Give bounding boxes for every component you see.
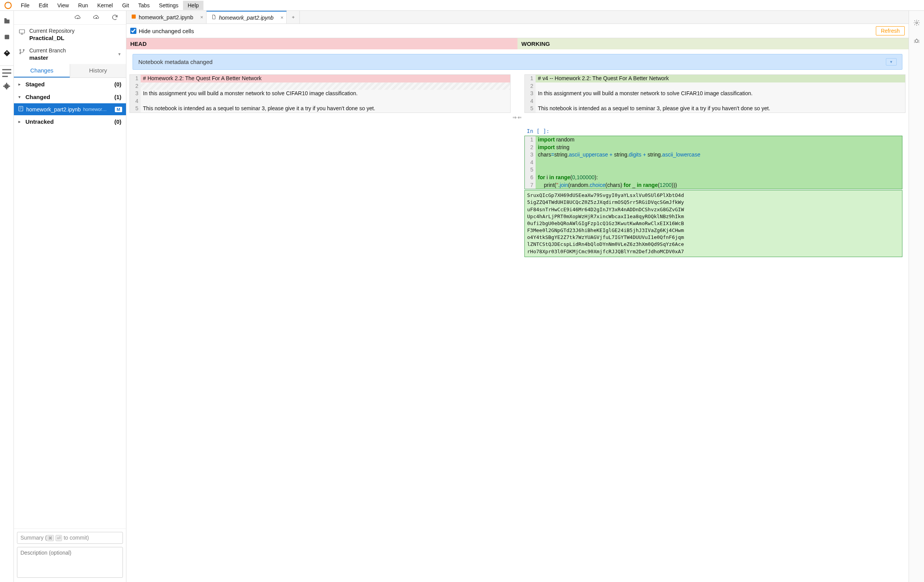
tab-notebook[interactable]: homework_part2.ipynb × bbox=[126, 11, 207, 24]
metadata-changed-banner[interactable]: Notebook metadata changed ▾ bbox=[133, 54, 902, 70]
svg-rect-10 bbox=[916, 39, 918, 42]
activity-bar bbox=[0, 11, 14, 582]
diff-left-column: 1# Homework 2.2: The Quest For A Better … bbox=[129, 74, 511, 113]
cell-prompt: In [ ]: bbox=[524, 128, 902, 134]
metadata-banner-text: Notebook metadata changed bbox=[138, 59, 213, 65]
diff-line: 5This notebook is intended as a sequel t… bbox=[130, 105, 510, 113]
branch-value: master bbox=[29, 54, 66, 61]
diff-toolbar: Hide unchanged cells Refresh bbox=[126, 24, 909, 38]
menu-settings[interactable]: Settings bbox=[154, 1, 183, 10]
refresh-icon[interactable] bbox=[111, 14, 118, 22]
menu-kernel[interactable]: Kernel bbox=[92, 1, 117, 10]
svg-point-9 bbox=[916, 22, 917, 24]
code-line: 6for i in range(0,100000): bbox=[525, 174, 902, 182]
menu-git[interactable]: Git bbox=[118, 1, 134, 10]
caret-right-icon: ▸ bbox=[18, 119, 23, 124]
notebook-icon bbox=[131, 14, 136, 20]
tab-label: homework_part2.ipynb bbox=[139, 14, 193, 20]
group-untracked-count: (0) bbox=[114, 118, 121, 125]
changed-file-badge: M bbox=[115, 107, 122, 112]
repo-value: Practical_DL bbox=[29, 35, 75, 41]
diff-line: 4 bbox=[130, 98, 510, 105]
code-line: 7 print(''.join(random.choice(chars) for… bbox=[525, 182, 902, 189]
group-untracked-label: Untracked bbox=[25, 118, 54, 125]
new-tab-button[interactable]: + bbox=[287, 11, 300, 24]
commit-box: Summary (⌘ ⏎ to commit) bbox=[14, 528, 126, 582]
close-icon[interactable]: × bbox=[200, 14, 203, 20]
added-cell-code: 1import random2import string3chars=strin… bbox=[524, 136, 902, 189]
commit-summary-input[interactable]: Summary (⌘ ⏎ to commit) bbox=[17, 532, 123, 544]
hide-unchanged-checkbox[interactable] bbox=[130, 28, 136, 34]
changed-file-name: homework_part2.ipynb bbox=[26, 106, 81, 113]
current-repository[interactable]: Current Repository Practical_DL bbox=[14, 25, 126, 44]
cloud-push-icon[interactable] bbox=[93, 14, 100, 22]
svg-point-1 bbox=[7, 2, 9, 3]
svg-point-5 bbox=[20, 53, 21, 54]
extensions-icon[interactable] bbox=[3, 82, 11, 89]
changed-file-path: homewor… bbox=[83, 107, 107, 112]
menu-run[interactable]: Run bbox=[74, 1, 93, 10]
git-icon[interactable] bbox=[3, 49, 11, 57]
tab-history[interactable]: History bbox=[70, 64, 126, 77]
svg-rect-8 bbox=[132, 15, 136, 19]
group-changed-label: Changed bbox=[25, 94, 50, 100]
diff-line: 5This notebook is intended as a sequel t… bbox=[525, 105, 905, 113]
toc-icon[interactable] bbox=[0, 66, 13, 73]
menu-help[interactable]: Help bbox=[183, 1, 203, 10]
current-branch[interactable]: Current Branch master ▼ bbox=[14, 44, 126, 64]
monitor-icon bbox=[18, 29, 25, 35]
tab-label: homework_part2.ipynb bbox=[219, 15, 274, 21]
diff-line: 1# Homework 2.2: The Quest For A Better … bbox=[130, 75, 510, 82]
diff-two-column: 1# Homework 2.2: The Quest For A Better … bbox=[129, 74, 906, 113]
caret-down-icon: ▾ bbox=[18, 95, 23, 99]
menu-tabs[interactable]: Tabs bbox=[134, 1, 155, 10]
menu-view[interactable]: View bbox=[53, 1, 74, 10]
svg-rect-2 bbox=[5, 35, 9, 39]
bug-icon[interactable] bbox=[913, 37, 920, 45]
git-sidebar: Current Repository Practical_DL Current … bbox=[14, 11, 126, 582]
tab-diff[interactable]: homework_part2.ipynb × bbox=[207, 11, 287, 24]
diff-line: 2 bbox=[525, 82, 905, 90]
group-staged-count: (0) bbox=[114, 81, 121, 87]
diff-head-left: HEAD bbox=[126, 38, 517, 49]
diff-body[interactable]: Notebook metadata changed ▾ 1# Homework … bbox=[126, 49, 909, 582]
code-line: 2import string bbox=[525, 144, 902, 151]
svg-point-4 bbox=[20, 49, 21, 50]
property-inspector-rail bbox=[909, 11, 924, 582]
group-changed-count: (1) bbox=[114, 94, 121, 100]
main-area: homework_part2.ipynb × homework_part2.ip… bbox=[126, 11, 909, 582]
merge-arrows-icon: ⇒⇐ bbox=[129, 113, 906, 122]
changed-file-row[interactable]: homework_part2.ipynb homewor… M bbox=[14, 103, 126, 115]
commit-description-input[interactable] bbox=[17, 547, 123, 578]
tab-changes[interactable]: Changes bbox=[14, 64, 70, 77]
added-cell-output: SruxQIcGp7XH69dUSEeaXw79SvgyI0yaYLsxlVu0… bbox=[524, 190, 902, 257]
group-untracked[interactable]: ▸ Untracked (0) bbox=[14, 115, 126, 128]
diff-column-heads: HEAD WORKING bbox=[126, 38, 909, 49]
diff-line: 3In this assignment you will build a mon… bbox=[525, 90, 905, 98]
code-line: 3chars=string.ascii_uppercase + string.d… bbox=[525, 151, 902, 159]
notebook-icon bbox=[18, 106, 24, 113]
jupyter-logo-icon bbox=[4, 1, 12, 10]
chevron-down-icon[interactable]: ▾ bbox=[886, 58, 897, 66]
diff-line: 2 bbox=[130, 82, 510, 90]
diff-line: 3In this assignment you will build a mon… bbox=[130, 90, 510, 98]
branch-label: Current Branch bbox=[29, 47, 66, 54]
diff-right-column: 1# v4 -- Homework 2.2: The Quest For A B… bbox=[524, 74, 906, 113]
branch-icon bbox=[18, 48, 25, 55]
svg-rect-3 bbox=[19, 30, 25, 33]
gear-icon[interactable] bbox=[913, 19, 920, 27]
file-icon bbox=[211, 14, 217, 21]
folder-icon[interactable] bbox=[3, 17, 11, 25]
group-staged[interactable]: ▸ Staged (0) bbox=[14, 78, 126, 91]
menu-file[interactable]: File bbox=[16, 1, 34, 10]
diff-line: 4 bbox=[525, 98, 905, 105]
running-icon[interactable] bbox=[3, 33, 11, 41]
caret-right-icon: ▸ bbox=[18, 82, 23, 86]
group-changed[interactable]: ▾ Changed (1) bbox=[14, 91, 126, 103]
refresh-button[interactable]: Refresh bbox=[876, 26, 905, 35]
sidebar-tabs: Changes History bbox=[14, 64, 126, 78]
close-icon[interactable]: × bbox=[281, 15, 284, 20]
group-staged-label: Staged bbox=[25, 81, 45, 87]
cloud-pull-icon[interactable] bbox=[74, 14, 81, 22]
menu-edit[interactable]: Edit bbox=[34, 1, 53, 10]
